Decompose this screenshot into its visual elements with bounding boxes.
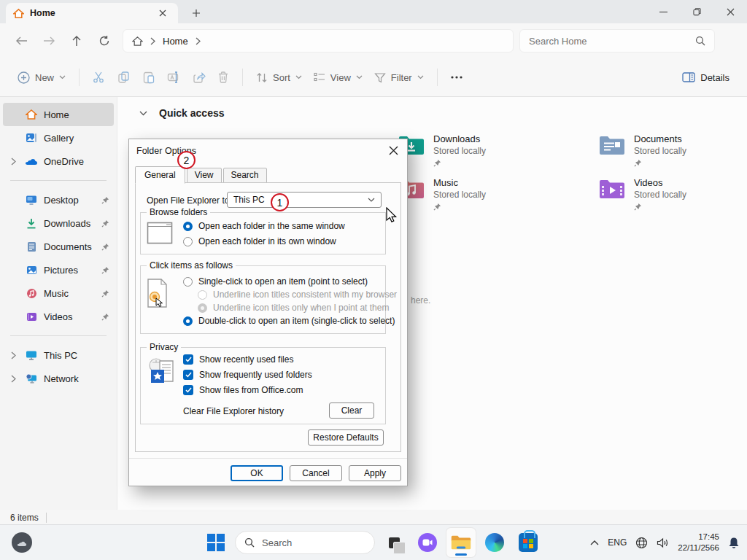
checkbox-checked-icon[interactable]	[183, 370, 193, 380]
breadcrumb-item-home[interactable]: Home	[163, 36, 188, 47]
radio-on-icon[interactable]	[183, 316, 193, 326]
checkbox-checked-icon[interactable]	[183, 385, 193, 395]
paste-button[interactable]	[136, 66, 161, 88]
share-button[interactable]	[187, 66, 212, 88]
forward-icon[interactable]	[35, 28, 63, 53]
taskbar-search-input[interactable]: Search	[235, 531, 375, 554]
breadcrumb[interactable]: Home	[123, 29, 514, 52]
expand-chevron-icon[interactable]	[7, 375, 19, 383]
tile-music[interactable]: Music Stored locally	[398, 177, 486, 211]
checkbox-checked-icon[interactable]	[183, 354, 193, 365]
maximize-button[interactable]	[680, 0, 713, 23]
checkbox-recent-files[interactable]: Show recently used files	[183, 354, 293, 365]
rename-button[interactable]	[161, 66, 187, 88]
radio-single-click[interactable]: Single-click to open an item (point to s…	[183, 276, 368, 287]
sidebar-label: OneDrive	[44, 156, 84, 167]
quick-access-header[interactable]: Quick access	[139, 107, 225, 119]
gallery-icon	[25, 132, 38, 144]
trash-icon	[217, 71, 229, 84]
file-explorer-button[interactable]	[446, 528, 476, 557]
new-tab-button[interactable]	[188, 5, 204, 21]
notifications-bell-icon[interactable]	[728, 537, 740, 549]
ok-button[interactable]: OK	[231, 465, 283, 481]
edge-button[interactable]	[480, 528, 509, 557]
sidebar-item-network[interactable]: Network	[3, 367, 114, 390]
search-input[interactable]: Search Home	[519, 29, 715, 52]
radio-on-icon[interactable]	[183, 222, 193, 231]
close-button[interactable]	[713, 0, 747, 23]
tile-documents[interactable]: Documents Stored locally	[599, 133, 686, 167]
dialog-close-icon[interactable]	[389, 146, 398, 155]
volume-icon[interactable]	[657, 537, 669, 548]
share-icon	[193, 71, 206, 84]
store-button[interactable]	[514, 528, 543, 557]
clear-button[interactable]: Clear	[329, 402, 374, 419]
sidebar-item-onedrive[interactable]: OneDrive	[3, 149, 114, 173]
view-button[interactable]: View	[308, 68, 368, 88]
tab-close-icon[interactable]	[155, 5, 171, 21]
radio-off-icon[interactable]	[183, 237, 193, 246]
toolbar-separator	[437, 69, 438, 86]
tab-search[interactable]: Search	[223, 168, 267, 183]
pin-icon	[101, 313, 109, 321]
filter-button[interactable]: Filter	[368, 68, 430, 88]
sidebar-label: Pictures	[44, 265, 78, 276]
chat-button[interactable]	[413, 528, 442, 557]
tray-chevron-up-icon[interactable]	[590, 540, 599, 545]
expand-chevron-icon[interactable]	[7, 158, 19, 166]
more-options-button[interactable]	[445, 71, 468, 83]
radio-off-icon[interactable]	[183, 277, 193, 287]
refresh-icon[interactable]	[90, 28, 118, 53]
tile-downloads[interactable]: Downloads Stored locally	[398, 133, 486, 167]
copy-button[interactable]	[112, 66, 136, 88]
apply-button[interactable]: Apply	[349, 465, 401, 481]
sidebar-item-videos[interactable]: Videos	[3, 305, 114, 328]
sidebar-item-pictures[interactable]: Pictures	[3, 258, 114, 281]
task-view-button[interactable]	[379, 528, 409, 557]
tile-status: Stored locally	[634, 146, 686, 156]
language-indicator[interactable]: ENG	[608, 537, 627, 548]
up-icon[interactable]	[63, 28, 90, 53]
back-icon[interactable]	[7, 28, 35, 53]
minimize-button[interactable]	[646, 0, 680, 23]
radio-own-window[interactable]: Open each folder in its own window	[183, 236, 336, 246]
radio-same-window[interactable]: Open each folder in the same window	[183, 221, 345, 231]
cut-button[interactable]	[87, 66, 112, 88]
tab-home[interactable]: Home	[6, 3, 178, 23]
sidebar-item-music[interactable]: Music	[3, 281, 114, 305]
annotation-number: 2	[184, 155, 190, 166]
tile-videos[interactable]: Videos Stored locally	[599, 177, 686, 211]
tab-view[interactable]: View	[187, 168, 222, 183]
sidebar-item-gallery[interactable]: Gallery	[3, 126, 114, 149]
restore-defaults-button[interactable]: Restore Defaults	[308, 429, 384, 446]
details-button[interactable]: Details	[676, 68, 735, 88]
view-label: View	[330, 72, 351, 83]
clock[interactable]: 17:45 22/11/2566	[678, 532, 719, 553]
breadcrumb-home-icon[interactable]	[132, 36, 143, 47]
tab-general[interactable]: General	[135, 166, 185, 184]
sidebar-item-downloads[interactable]: Downloads	[3, 211, 114, 235]
videos-icon	[25, 312, 38, 322]
sidebar-item-home[interactable]: Home	[3, 103, 114, 126]
expand-chevron-icon[interactable]	[7, 351, 19, 359]
sidebar-item-desktop[interactable]: Desktop	[3, 188, 114, 211]
sidebar-item-this-pc[interactable]: This PC	[3, 343, 114, 367]
navigation-pane: Home Gallery OneDrive Desktop	[0, 97, 117, 510]
new-button[interactable]: New	[12, 67, 71, 88]
checkbox-frequent-folders[interactable]: Show frequently used folders	[183, 370, 312, 380]
start-button[interactable]	[201, 528, 231, 557]
cancel-button[interactable]: Cancel	[290, 465, 342, 481]
collapse-chevron-icon[interactable]	[139, 111, 147, 116]
open-to-dropdown[interactable]: This PC	[227, 192, 382, 208]
weather-widget-icon[interactable]	[12, 532, 32, 553]
tile-status: Stored locally	[634, 190, 686, 200]
sidebar-label: Home	[44, 109, 69, 120]
items-count: 6 items	[10, 513, 39, 523]
radio-double-click[interactable]: Double-click to open an item (single-cli…	[183, 316, 395, 326]
sort-button[interactable]: Sort	[250, 68, 308, 88]
delete-button[interactable]	[212, 66, 235, 88]
sidebar-item-documents[interactable]: Documents	[3, 235, 114, 258]
network-globe-icon[interactable]	[635, 537, 648, 549]
search-icon[interactable]	[695, 36, 705, 46]
checkbox-office-files[interactable]: Show files from Office.com	[183, 385, 303, 395]
